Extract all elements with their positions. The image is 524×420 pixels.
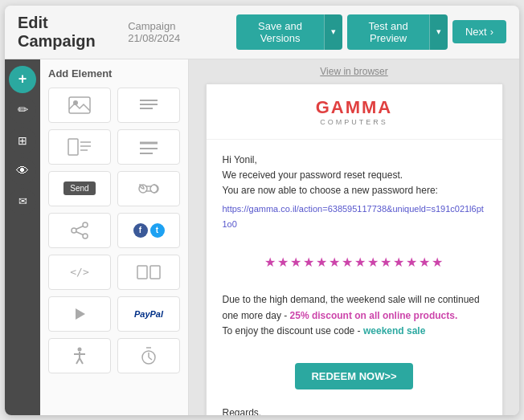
svg-rect-0 bbox=[69, 97, 90, 113]
element-timer[interactable] bbox=[117, 338, 180, 373]
element-play[interactable] bbox=[48, 296, 111, 332]
svg-point-14 bbox=[83, 222, 88, 227]
redeem-button[interactable]: REDEEM NOW>> bbox=[295, 363, 412, 389]
email-promo: Due to the high demand, the weekend sale… bbox=[207, 279, 502, 352]
element-double-image[interactable] bbox=[117, 255, 180, 290]
code-icon: </> bbox=[70, 266, 88, 278]
lines-icon bbox=[138, 139, 159, 155]
email-logo-sub: COMPUTERS bbox=[219, 118, 489, 126]
paypal-icon: PayPal bbox=[134, 309, 163, 319]
promo-highlight: 25% discount on all online products. bbox=[290, 310, 458, 321]
share-icon bbox=[71, 222, 88, 239]
element-send[interactable]: Send bbox=[48, 171, 111, 206]
element-image-text[interactable] bbox=[48, 129, 111, 165]
element-image[interactable] bbox=[48, 88, 111, 123]
preview-tool-button[interactable]: 👁 bbox=[9, 157, 36, 185]
svg-line-25 bbox=[76, 358, 80, 364]
pencil-icon: ✏ bbox=[18, 102, 28, 117]
body-line2: You are now able to choose a new passwor… bbox=[223, 183, 486, 198]
reset-link[interactable]: https://gamma.co.il/action=638595117738&… bbox=[223, 204, 484, 229]
next-icon: › bbox=[490, 26, 493, 38]
layers-icon: ⊞ bbox=[18, 134, 27, 147]
email-logo: GAMMA bbox=[219, 97, 489, 118]
test-preview-dropdown[interactable]: ▾ bbox=[429, 14, 448, 50]
stars-row: ★★★★★★★★★★★★★★ bbox=[207, 255, 502, 270]
save-versions-button[interactable]: Save and Versions ▾ bbox=[236, 14, 342, 50]
image-text-icon bbox=[68, 138, 92, 156]
element-paypal[interactable]: PayPal bbox=[117, 296, 180, 332]
element-lines[interactable] bbox=[117, 129, 180, 165]
email-frame: GAMMA COMPUTERS Hi Yonil, We received yo… bbox=[206, 84, 503, 415]
link-icon bbox=[137, 183, 160, 194]
plus-icon: + bbox=[18, 71, 27, 88]
element-accessibility[interactable] bbox=[48, 338, 111, 373]
timer-icon bbox=[141, 347, 157, 365]
element-social[interactable]: f t bbox=[117, 213, 180, 248]
email-regards: Regards, GAMMA bbox=[207, 401, 502, 415]
campaign-subtitle: Campaign 21/08/2024 bbox=[128, 20, 217, 44]
svg-line-29 bbox=[149, 357, 152, 360]
edit-tool-button[interactable]: ✏ bbox=[9, 96, 36, 124]
accessibility-icon bbox=[72, 347, 88, 365]
save-versions-main[interactable]: Save and Versions bbox=[236, 14, 324, 50]
email-body: Hi Yonil, We received your password rese… bbox=[207, 140, 502, 246]
svg-line-17 bbox=[76, 226, 84, 229]
preview-area: View in browser GAMMA COMPUTERS Hi Yonil… bbox=[189, 59, 519, 415]
svg-line-18 bbox=[76, 231, 84, 234]
svg-point-22 bbox=[78, 347, 82, 351]
double-image-icon bbox=[137, 265, 161, 279]
svg-rect-20 bbox=[150, 266, 160, 279]
layers-tool-button[interactable]: ⊞ bbox=[9, 127, 36, 154]
svg-point-15 bbox=[72, 228, 76, 233]
page-title: Edit Campaign bbox=[18, 14, 115, 51]
image-icon bbox=[68, 96, 91, 114]
element-panel-title: Add Element bbox=[48, 67, 180, 80]
greeting: Hi Yonil, bbox=[223, 153, 486, 168]
test-preview-main[interactable]: Test and Preview bbox=[347, 14, 429, 50]
svg-marker-21 bbox=[76, 308, 85, 320]
promo-line3: To enjoy the discount use code - bbox=[223, 325, 363, 336]
eye-icon: 👁 bbox=[16, 164, 29, 178]
svg-line-26 bbox=[80, 358, 83, 364]
text-lines-icon bbox=[138, 97, 159, 113]
play-icon bbox=[72, 306, 88, 322]
save-versions-dropdown[interactable]: ▾ bbox=[324, 14, 342, 50]
body-line1: We received your password reset request. bbox=[223, 168, 486, 183]
email-logo-area: GAMMA COMPUTERS bbox=[207, 84, 502, 140]
element-code[interactable]: </> bbox=[48, 255, 111, 290]
tools-sidebar: + ✏ ⊞ 👁 ✉ bbox=[5, 59, 40, 415]
next-button[interactable]: Next › bbox=[452, 20, 506, 43]
test-preview-button[interactable]: Test and Preview ▾ bbox=[347, 14, 448, 50]
regards-line: Regards, bbox=[223, 407, 486, 415]
element-panel: Add Element S bbox=[40, 59, 189, 415]
promo-code: weekend sale bbox=[363, 325, 425, 336]
svg-rect-19 bbox=[137, 266, 147, 279]
svg-rect-5 bbox=[68, 139, 78, 155]
add-tool-button[interactable]: + bbox=[9, 66, 36, 93]
promo-line2: more day - bbox=[241, 310, 290, 321]
element-text[interactable] bbox=[117, 88, 180, 123]
email-tool-button[interactable]: ✉ bbox=[9, 188, 36, 215]
view-in-browser-link[interactable]: View in browser bbox=[320, 66, 387, 77]
element-links[interactable] bbox=[117, 171, 180, 206]
svg-point-16 bbox=[83, 234, 88, 239]
element-share[interactable] bbox=[48, 213, 111, 248]
envelope-icon: ✉ bbox=[18, 195, 27, 207]
redeem-section: REDEEM NOW>> bbox=[207, 363, 502, 389]
element-grid: Send f t </> bbox=[48, 88, 180, 373]
